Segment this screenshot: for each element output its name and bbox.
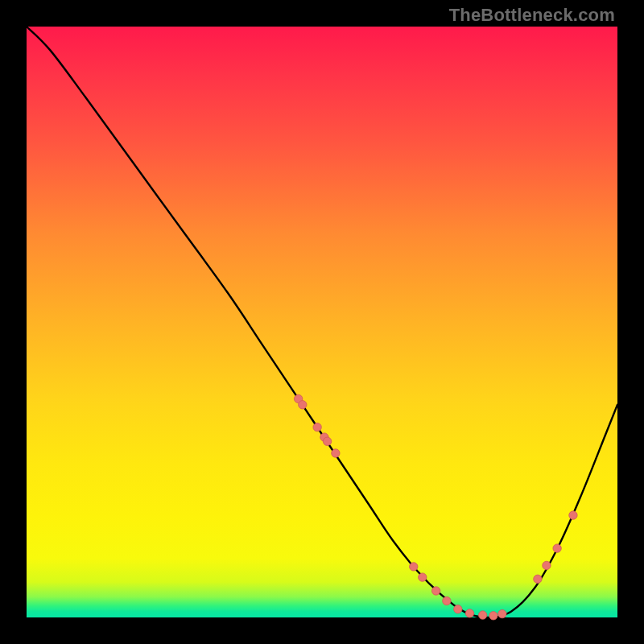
data-marker <box>498 609 506 617</box>
data-marker <box>534 575 542 583</box>
data-marker <box>431 587 440 595</box>
data-marker <box>569 511 577 519</box>
bottleneck-curve <box>27 27 617 617</box>
data-marker <box>478 611 486 619</box>
data-marker <box>553 544 561 552</box>
plot-area <box>27 27 617 617</box>
data-marker <box>419 573 427 581</box>
data-marker <box>489 612 497 620</box>
data-marker <box>332 449 340 457</box>
data-marker <box>454 605 462 613</box>
data-marker <box>323 437 331 445</box>
chart-frame: TheBottleneck.com <box>0 0 644 644</box>
data-marker <box>543 561 551 569</box>
data-marker <box>410 563 418 571</box>
data-marker <box>443 597 451 605</box>
curve-layer <box>27 27 617 617</box>
data-marker <box>299 401 307 409</box>
attribution-text: TheBottleneck.com <box>449 5 615 26</box>
data-marker <box>313 423 321 431</box>
data-marker <box>465 609 473 617</box>
